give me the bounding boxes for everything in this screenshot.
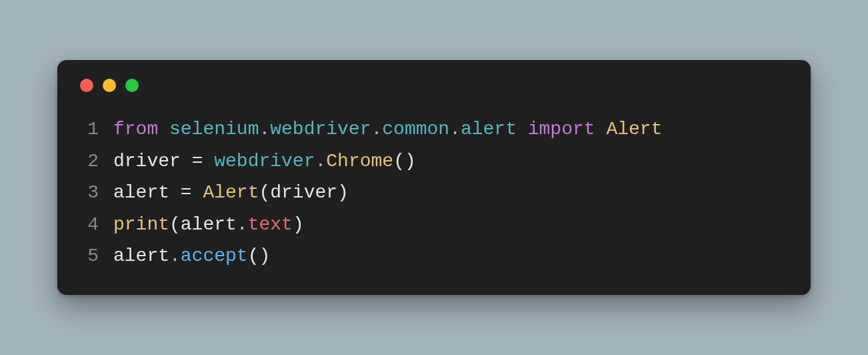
code-token: . — [315, 151, 326, 171]
code-token: () — [248, 246, 271, 266]
code-token: Chrome — [326, 151, 393, 171]
code-token: () — [393, 151, 416, 171]
line-number: 2 — [76, 145, 99, 178]
line-content: driver = webdriver.Chrome() — [113, 145, 416, 178]
code-token: . — [449, 119, 461, 139]
code-line: 1from selenium.webdriver.common.alert im… — [76, 113, 792, 145]
code-token: selenium — [169, 119, 259, 139]
code-token: Alert — [606, 119, 662, 139]
code-token: alert — [113, 246, 169, 266]
line-content: alert = Alert(driver) — [113, 177, 349, 209]
code-token: print — [113, 214, 169, 235]
code-token: accept — [181, 246, 248, 266]
zoom-icon[interactable] — [125, 79, 139, 92]
code-token: ( — [169, 214, 181, 235]
code-token: . — [237, 214, 248, 235]
line-number: 1 — [76, 113, 99, 145]
code-token: = — [181, 151, 214, 171]
code-token: driver — [113, 151, 181, 171]
line-number: 4 — [76, 209, 99, 241]
code-token: driver — [270, 182, 337, 203]
code-line: 2driver = webdriver.Chrome() — [76, 145, 792, 178]
line-content: alert.accept() — [113, 240, 270, 272]
code-token: alert — [181, 214, 237, 235]
close-icon[interactable] — [80, 79, 93, 92]
traffic-lights — [76, 79, 792, 92]
code-token: text — [248, 214, 293, 235]
minimize-icon[interactable] — [103, 79, 116, 92]
code-token: alert — [461, 119, 517, 139]
line-number: 3 — [76, 177, 99, 209]
line-number: 5 — [76, 240, 99, 272]
code-window: 1from selenium.webdriver.common.alert im… — [57, 60, 811, 295]
code-line: 3alert = Alert(driver) — [76, 177, 792, 209]
code-token: . — [169, 246, 181, 266]
code-token: webdriver — [270, 119, 371, 139]
code-token: ) — [337, 182, 349, 203]
code-token: . — [371, 119, 382, 139]
line-content: print(alert.text) — [113, 209, 304, 241]
code-block: 1from selenium.webdriver.common.alert im… — [76, 113, 792, 272]
code-token: common — [382, 119, 449, 139]
code-token: = — [169, 182, 203, 203]
code-token: . — [259, 119, 270, 139]
code-token: alert — [113, 182, 169, 203]
code-token: ) — [293, 214, 304, 235]
code-token: webdriver — [214, 151, 315, 171]
code-token: import — [517, 119, 606, 139]
code-line: 4print(alert.text) — [76, 209, 792, 241]
line-content: from selenium.webdriver.common.alert imp… — [113, 113, 662, 145]
code-token: Alert — [203, 182, 259, 203]
code-token: from — [113, 119, 169, 139]
code-token: ( — [259, 182, 270, 203]
code-line: 5alert.accept() — [76, 240, 792, 272]
